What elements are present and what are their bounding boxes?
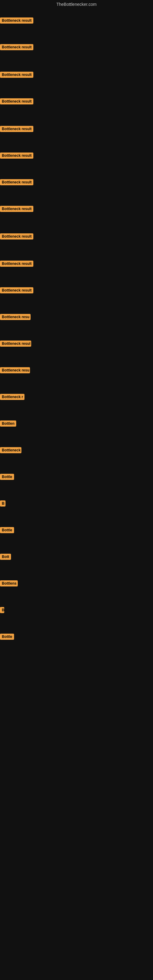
badge-wrapper-3: Bottleneck result (0, 98, 33, 106)
badge-wrapper-14: Bottleneck r (0, 394, 24, 401)
bottleneck-result-badge-13: Bottleneck resu (0, 367, 30, 373)
bottleneck-result-badge-20: Bott (0, 554, 11, 560)
bottleneck-result-badge-0: Bottleneck result (0, 18, 33, 24)
bottleneck-result-badge-15: Bottlen (0, 420, 16, 426)
bottleneck-result-badge-7: Bottleneck result (0, 206, 33, 212)
badge-wrapper-1: Bottleneck result (0, 44, 33, 51)
bottleneck-result-badge-3: Bottleneck result (0, 98, 33, 105)
badge-wrapper-18: B (0, 500, 5, 508)
badge-wrapper-16: Bottleneck (0, 447, 21, 455)
badge-wrapper-2: Bottleneck result (0, 72, 33, 79)
bottleneck-result-badge-16: Bottleneck (0, 447, 21, 453)
badge-wrapper-4: Bottleneck result (0, 126, 33, 133)
bottleneck-result-badge-14: Bottleneck r (0, 394, 24, 400)
bottleneck-result-badge-6: Bottleneck result (0, 179, 33, 185)
badge-wrapper-8: Bottleneck result (0, 233, 33, 241)
bottleneck-result-badge-9: Bottleneck result (0, 261, 33, 267)
bottleneck-result-badge-19: Bottle (0, 527, 14, 533)
bottleneck-result-badge-17: Bottle (0, 474, 14, 480)
badge-wrapper-9: Bottleneck result (0, 261, 33, 268)
badge-wrapper-17: Bottle (0, 474, 14, 481)
bottleneck-result-badge-12: Bottleneck resul (0, 340, 31, 347)
bottleneck-result-badge-18: B (0, 500, 5, 506)
badge-wrapper-22: B (0, 607, 4, 614)
bottleneck-result-badge-10: Bottleneck result (0, 287, 33, 293)
badge-wrapper-15: Bottlen (0, 420, 16, 428)
badge-wrapper-5: Bottleneck result (0, 153, 33, 160)
badge-wrapper-6: Bottleneck result (0, 179, 33, 186)
bottleneck-result-badge-8: Bottleneck result (0, 233, 33, 240)
bottleneck-result-badge-21: Bottlens (0, 580, 18, 587)
badge-wrapper-0: Bottleneck result (0, 18, 33, 25)
badge-wrapper-19: Bottle (0, 527, 14, 535)
badge-wrapper-20: Bott (0, 554, 11, 561)
badge-wrapper-21: Bottlens (0, 580, 18, 588)
badge-wrapper-23: Bottle (0, 634, 14, 641)
bottleneck-result-badge-22: B (0, 607, 4, 613)
bottleneck-result-badge-1: Bottleneck result (0, 44, 33, 50)
bottleneck-result-badge-11: Bottleneck resu (0, 314, 30, 320)
badge-wrapper-11: Bottleneck resu (0, 314, 30, 321)
bottleneck-result-badge-5: Bottleneck result (0, 153, 33, 159)
bottleneck-result-badge-4: Bottleneck result (0, 126, 33, 132)
badge-wrapper-13: Bottleneck resu (0, 367, 30, 375)
bottleneck-result-badge-2: Bottleneck result (0, 72, 33, 78)
site-title: TheBottlenecker.com (0, 0, 153, 9)
badge-wrapper-7: Bottleneck result (0, 206, 33, 213)
badge-wrapper-10: Bottleneck result (0, 287, 33, 294)
badge-wrapper-12: Bottleneck resul (0, 340, 31, 348)
bottleneck-result-badge-23: Bottle (0, 634, 14, 640)
